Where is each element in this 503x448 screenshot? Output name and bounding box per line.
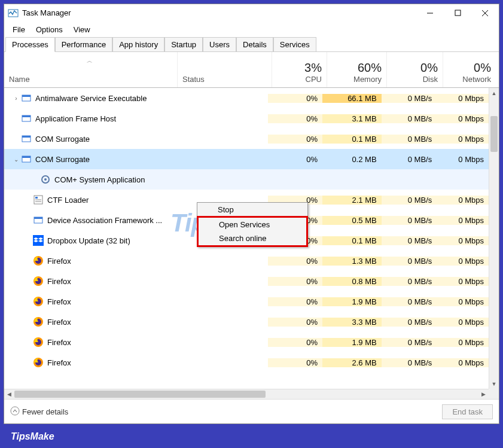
menu-file[interactable]: File	[8, 24, 30, 35]
process-row[interactable]: Firefox0%1.9 MB0 MB/s0 Mbps	[4, 332, 489, 352]
ctx-stop[interactable]: Stop	[197, 203, 307, 217]
cell-net: 0 Mbps	[437, 135, 489, 144]
process-name: Antimalware Service Executable	[35, 94, 147, 103]
cell-cpu: 0%	[268, 318, 322, 327]
tabbar: Processes Performance App history Startu…	[4, 36, 499, 52]
page-brand-footer: TipsMake	[11, 431, 54, 442]
scroll-corner	[489, 389, 499, 399]
scroll-down-icon[interactable]: ▼	[489, 379, 499, 389]
fewer-details-label: Fewer details	[22, 407, 68, 416]
cell-disk: 0 MB/s	[382, 236, 437, 245]
expander-icon[interactable]: ⌄	[11, 156, 21, 163]
scroll-up-icon[interactable]: ▲	[489, 88, 499, 98]
tab-performance[interactable]: Performance	[55, 37, 112, 52]
cell-net: 0 Mbps	[437, 196, 489, 205]
svg-rect-20	[34, 217, 42, 219]
hscroll-thumb[interactable]	[14, 391, 266, 398]
process-row[interactable]: Firefox0%3.3 MB0 MB/s0 Mbps	[4, 312, 489, 332]
app-icon	[21, 93, 32, 103]
firefox-icon	[33, 316, 44, 327]
process-row[interactable]: ⌄COM Surrogate0%0.2 MB0 MB/s0 Mbps	[4, 149, 489, 169]
cell-mem: 1.9 MB	[322, 297, 382, 306]
menubar: File Options View	[4, 22, 499, 36]
tab-startup[interactable]: Startup	[164, 37, 203, 52]
cell-mem: 0.1 MB	[322, 236, 382, 245]
process-row[interactable]: ›Antimalware Service Executable0%66.1 MB…	[4, 88, 489, 108]
svg-rect-10	[22, 136, 31, 138]
ctx-highlight-box: Open Services Search online	[197, 216, 308, 247]
cell-mem: 0.8 MB	[322, 277, 382, 286]
process-row[interactable]: COM+ System Application	[4, 169, 489, 190]
process-row[interactable]: COM Surrogate0%0.1 MB0 MB/s0 Mbps	[4, 129, 489, 149]
process-name: Firefox	[47, 338, 71, 347]
context-menu: Stop Open Services Search online	[197, 202, 308, 247]
cell-mem: 3.3 MB	[322, 318, 382, 327]
end-task-button[interactable]: End task	[442, 404, 493, 419]
cell-mem: 2.1 MB	[322, 196, 382, 205]
cell-cpu: 0%	[268, 297, 322, 306]
process-row[interactable]: Firefox0%0.8 MB0 MB/s0 Mbps	[4, 271, 489, 291]
ctx-open-services[interactable]: Open Services	[199, 218, 306, 231]
cell-net: 0 Mbps	[437, 94, 489, 103]
tab-users[interactable]: Users	[203, 37, 236, 52]
col-header-cpu[interactable]: 3% CPU	[272, 52, 327, 87]
process-row[interactable]: Firefox0%1.3 MB0 MB/s0 Mbps	[4, 251, 489, 271]
cell-cpu: 0%	[268, 114, 322, 123]
col-mem-label: Memory	[332, 75, 382, 84]
task-manager-window: Task Manager File Options View Processes…	[4, 4, 499, 424]
process-row[interactable]: Firefox0%1.9 MB0 MB/s0 Mbps	[4, 291, 489, 312]
cell-cpu: 0%	[268, 257, 322, 266]
col-header-network[interactable]: 0% Network	[443, 52, 496, 87]
network-usage-pct: 0%	[448, 61, 491, 75]
col-cpu-label: CPU	[277, 75, 322, 84]
cell-mem: 3.1 MB	[322, 114, 382, 123]
scroll-right-icon[interactable]: ▶	[478, 389, 489, 399]
app-icon	[33, 215, 44, 225]
expander-icon[interactable]: ›	[11, 95, 21, 102]
tab-processes[interactable]: Processes	[5, 37, 55, 52]
firefox-icon	[33, 357, 44, 368]
firefox-icon	[33, 276, 44, 287]
scroll-left-icon[interactable]: ◀	[4, 389, 14, 399]
cell-cpu: 0%	[268, 155, 322, 164]
col-header-memory[interactable]: 60% Memory	[327, 52, 387, 87]
close-button[interactable]	[471, 4, 499, 22]
minimize-button[interactable]	[416, 4, 444, 22]
menu-options[interactable]: Options	[31, 24, 68, 35]
vscroll-thumb[interactable]	[490, 116, 498, 152]
cell-mem: 66.1 MB	[322, 94, 382, 103]
cell-net: 0 Mbps	[437, 277, 489, 286]
dropbox-icon	[33, 235, 44, 246]
window-controls	[416, 4, 499, 22]
cell-mem: 1.3 MB	[322, 257, 382, 266]
bottombar: Fewer details End task	[4, 399, 499, 423]
process-name: Firefox	[47, 297, 71, 306]
cell-cpu: 0%	[268, 358, 322, 367]
fewer-details-button[interactable]: Fewer details	[10, 406, 68, 417]
maximize-button[interactable]	[444, 4, 471, 22]
process-row[interactable]: Application Frame Host0%3.1 MB0 MB/s0 Mb…	[4, 108, 489, 129]
tab-app-history[interactable]: App history	[112, 37, 164, 52]
window-title: Task Manager	[22, 8, 71, 17]
hscroll-track[interactable]	[14, 389, 478, 399]
col-header-status[interactable]: Status	[178, 52, 272, 87]
process-row[interactable]: Firefox0%2.6 MB0 MB/s0 Mbps	[4, 352, 489, 373]
cell-mem: 0.2 MB	[322, 155, 382, 164]
process-name: Device Association Framework ...	[47, 216, 162, 225]
process-name: Application Frame Host	[35, 114, 116, 123]
horizontal-scrollbar[interactable]: ◀ ▶	[4, 389, 489, 399]
tab-details[interactable]: Details	[236, 37, 273, 52]
col-header-disk[interactable]: 0% Disk	[387, 52, 443, 87]
vscroll-track[interactable]	[489, 98, 499, 379]
menu-view[interactable]: View	[69, 24, 95, 35]
disk-usage-pct: 0%	[392, 61, 438, 75]
cell-mem: 0.5 MB	[322, 216, 382, 225]
cpu-usage-pct: 3%	[277, 61, 322, 75]
cell-cpu: 0%	[268, 338, 322, 347]
tab-services[interactable]: Services	[273, 37, 316, 52]
col-status-label: Status	[182, 75, 267, 84]
cell-net: 0 Mbps	[437, 338, 489, 347]
vertical-scrollbar[interactable]: ▲ ▼	[489, 88, 499, 389]
ctx-search-online[interactable]: Search online	[199, 231, 306, 245]
process-name: Firefox	[47, 257, 71, 266]
